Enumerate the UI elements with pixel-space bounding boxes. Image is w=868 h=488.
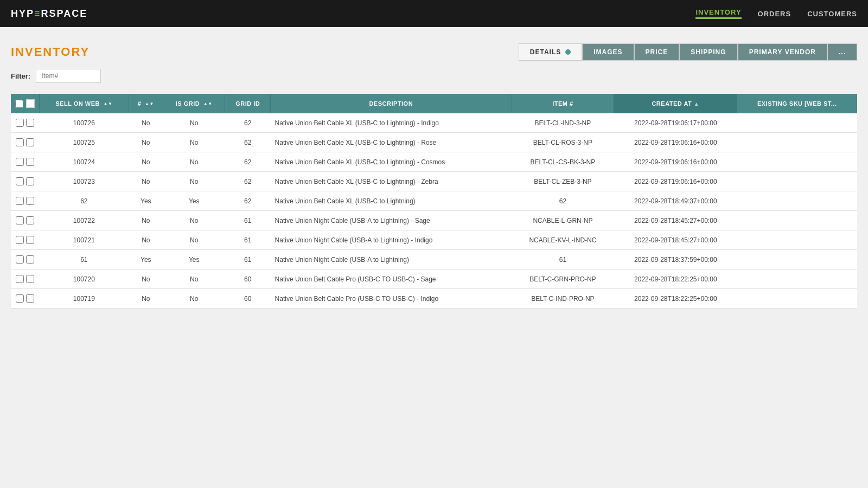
num-sort-icon: ▲▼ — [145, 102, 154, 106]
tab-details-dot — [565, 49, 571, 55]
nav-active-indicator — [695, 17, 741, 19]
tab-images[interactable]: IMAGES — [582, 43, 634, 61]
cell-num-9: 100719 — [40, 289, 129, 309]
cell-created-at-0: 2022-09-28T19:06:17+00:00 — [614, 113, 737, 133]
row-checkboxes[interactable] — [11, 269, 40, 289]
cell-created-at-3: 2022-09-28T19:06:16+00:00 — [614, 172, 737, 191]
row-cb1-9[interactable] — [16, 294, 24, 303]
cell-created-at-2: 2022-09-28T19:06:16+00:00 — [614, 152, 737, 172]
th-checkbox-all[interactable] — [11, 94, 40, 113]
nav-link-orders[interactable]: ORDERS — [758, 10, 792, 18]
tab-details-label: DETAILS — [530, 48, 561, 56]
cell-sell-on-web-9: No — [129, 289, 163, 309]
row-checkboxes[interactable] — [11, 230, 40, 250]
table-row: 100726 No No 62 Native Union Belt Cable … — [11, 113, 857, 133]
th-is-grid[interactable]: IS GRID ▲▼ — [163, 94, 225, 113]
cell-existing-sku-8 — [737, 269, 857, 289]
tab-shipping[interactable]: SHIPPING — [679, 43, 737, 61]
tab-primary-vendor[interactable]: PRIMARY VENDOR — [738, 43, 827, 61]
cell-grid-id-0: 62 — [225, 113, 271, 133]
navbar: HYP≡RSPACE INVENTORY ORDERS CUSTOMERS — [0, 0, 868, 27]
row-checkboxes[interactable] — [11, 152, 40, 172]
cell-num-4: 62 — [40, 191, 129, 211]
row-cb2-9[interactable] — [26, 294, 34, 303]
cell-sell-on-web-5: No — [129, 211, 163, 230]
cell-is-grid-0: No — [163, 113, 225, 133]
cell-grid-id-4: 62 — [225, 191, 271, 211]
cell-existing-sku-5 — [737, 211, 857, 230]
tab-details[interactable]: DETAILS — [519, 43, 582, 61]
th-secondary-checkbox[interactable] — [26, 99, 35, 108]
cell-existing-sku-9 — [737, 289, 857, 309]
row-cb2-2[interactable] — [26, 158, 34, 166]
row-cb2-0[interactable] — [26, 119, 34, 127]
row-checkboxes[interactable] — [11, 250, 40, 269]
th-grid-id: GRID ID — [225, 94, 271, 113]
nav-link-customers[interactable]: CUSTOMERS — [807, 10, 857, 18]
cell-is-grid-3: No — [163, 172, 225, 191]
table-row: 100721 No No 61 Native Union Night Cable… — [11, 230, 857, 250]
tab-price[interactable]: PRICE — [634, 43, 680, 61]
cell-num-5: 100722 — [40, 211, 129, 230]
cell-item-num-3: BELT-CL-ZEB-3-NP — [512, 172, 614, 191]
brand-logo: HYP≡RSPACE — [11, 8, 87, 20]
row-cb1-0[interactable] — [16, 119, 24, 127]
cell-sell-on-web-3: No — [129, 172, 163, 191]
select-all-checkbox[interactable] — [15, 100, 23, 108]
row-checkboxes[interactable] — [11, 113, 40, 133]
cell-existing-sku-3 — [737, 172, 857, 191]
cell-num-7: 61 — [40, 250, 129, 269]
row-cb2-3[interactable] — [26, 177, 34, 185]
cell-description-5: Native Union Night Cable (USB-A to Light… — [271, 211, 512, 230]
cell-existing-sku-1 — [737, 133, 857, 152]
cell-item-num-7: 61 — [512, 250, 614, 269]
row-cb2-7[interactable] — [26, 255, 34, 264]
nav-item-inventory[interactable]: INVENTORY — [695, 8, 741, 19]
filter-row: Filter: — [11, 69, 857, 83]
tab-more[interactable]: ... — [827, 43, 857, 61]
filter-label: Filter: — [11, 72, 30, 80]
row-cb1-7[interactable] — [16, 255, 24, 264]
filter-input[interactable] — [36, 69, 101, 83]
row-cb2-6[interactable] — [26, 236, 34, 244]
cell-grid-id-5: 61 — [225, 211, 271, 230]
th-item-num: ITEM # — [512, 94, 614, 113]
nav-links: INVENTORY ORDERS CUSTOMERS — [695, 8, 857, 19]
row-checkboxes[interactable] — [11, 289, 40, 309]
row-checkboxes[interactable] — [11, 172, 40, 191]
row-cb1-8[interactable] — [16, 275, 24, 283]
row-cb1-2[interactable] — [16, 158, 24, 166]
nav-item-customers[interactable]: CUSTOMERS — [807, 10, 857, 18]
cell-num-3: 100723 — [40, 172, 129, 191]
cell-description-9: Native Union Belt Cable Pro (USB-C TO US… — [271, 289, 512, 309]
is-grid-sort-icon: ▲▼ — [203, 102, 213, 106]
cell-description-0: Native Union Belt Cable XL (USB-C to Lig… — [271, 113, 512, 133]
cell-num-8: 100720 — [40, 269, 129, 289]
th-num[interactable]: # ▲▼ — [129, 94, 163, 113]
cell-grid-id-3: 62 — [225, 172, 271, 191]
row-checkboxes[interactable] — [11, 191, 40, 211]
row-cb2-5[interactable] — [26, 216, 34, 224]
row-cb1-6[interactable] — [16, 236, 24, 244]
row-cb1-1[interactable] — [16, 138, 24, 146]
row-cb2-1[interactable] — [26, 138, 34, 146]
page-title: INVENTORY — [11, 45, 90, 59]
row-cb2-4[interactable] — [26, 197, 34, 205]
th-created-at[interactable]: CREATED AT ▲ — [614, 94, 737, 113]
cell-item-num-2: BELT-CL-CS-BK-3-NP — [512, 152, 614, 172]
th-sell-on-web[interactable]: SELL ON WEB ▲▼ — [40, 94, 129, 113]
row-cb1-5[interactable] — [16, 216, 24, 224]
nav-item-orders[interactable]: ORDERS — [758, 10, 792, 18]
main-content: INVENTORY DETAILS IMAGES PRICE SHIPPING … — [0, 27, 868, 319]
row-cb2-8[interactable] — [26, 275, 34, 283]
row-cb1-4[interactable] — [16, 197, 24, 205]
nav-link-inventory[interactable]: INVENTORY — [695, 8, 741, 16]
row-checkboxes[interactable] — [11, 211, 40, 230]
cell-is-grid-9: No — [163, 289, 225, 309]
row-cb1-3[interactable] — [16, 177, 24, 185]
cell-grid-id-1: 62 — [225, 133, 271, 152]
cell-existing-sku-0 — [737, 113, 857, 133]
row-checkboxes[interactable] — [11, 133, 40, 152]
cell-item-num-1: BELT-CL-ROS-3-NP — [512, 133, 614, 152]
cell-num-0: 100726 — [40, 113, 129, 133]
